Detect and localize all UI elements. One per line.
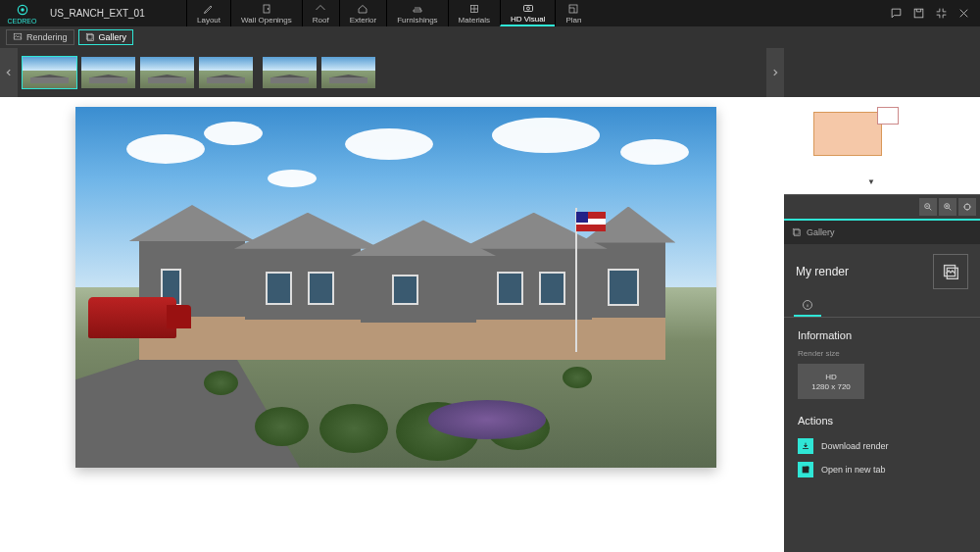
chevron-right-icon xyxy=(770,65,780,80)
tab-furnishings[interactable]: Furnishings xyxy=(386,0,447,26)
download-icon xyxy=(801,441,810,451)
zoom-in-button[interactable] xyxy=(939,198,956,216)
tab-label: Furnishings xyxy=(397,16,437,25)
thumbnail-6[interactable] xyxy=(263,57,317,88)
svg-rect-7 xyxy=(569,5,577,13)
thumbnail-4[interactable] xyxy=(199,57,253,88)
recenter-button[interactable] xyxy=(958,198,976,216)
logo-icon xyxy=(16,3,29,17)
svg-rect-8 xyxy=(914,9,923,18)
zoom-out-button[interactable] xyxy=(919,198,937,216)
minimap-annex xyxy=(877,107,899,125)
thumbnail-2[interactable] xyxy=(81,57,135,88)
open-new-tab-button[interactable]: Open in new tab xyxy=(798,458,966,481)
close-icon[interactable] xyxy=(957,7,970,20)
sofa-icon xyxy=(412,3,423,15)
zoom-out-icon xyxy=(923,202,933,212)
actions-heading: Actions xyxy=(798,415,966,427)
info-icon xyxy=(802,299,813,311)
svg-rect-17 xyxy=(947,268,957,278)
rendered-flag xyxy=(576,212,606,231)
tab-label: Roof xyxy=(313,16,329,25)
right-sidebar: Gallery My render Information Render siz… xyxy=(784,97,980,552)
minimap-camera-icon xyxy=(867,171,875,178)
information-heading: Information xyxy=(798,329,966,341)
image-stack-icon xyxy=(940,261,961,282)
svg-rect-11 xyxy=(86,33,92,39)
pencil-icon xyxy=(203,3,215,15)
tab-materials[interactable]: Materials xyxy=(448,0,500,26)
panel-tab-label: Gallery xyxy=(807,227,835,237)
svg-rect-10 xyxy=(87,35,93,41)
brand-label: CEDREO xyxy=(8,18,37,25)
render-size-label: Render size xyxy=(798,349,966,358)
rendered-truck xyxy=(88,297,176,338)
thumb-next-button[interactable] xyxy=(766,48,784,97)
render-size-value: 1280 x 720 xyxy=(811,382,851,391)
tab-plan[interactable]: Plan xyxy=(555,0,591,26)
svg-point-14 xyxy=(964,204,970,210)
save-icon[interactable] xyxy=(912,7,925,20)
svg-point-6 xyxy=(526,7,529,10)
main-tabs: Layout Wall Openings Roof Exterior Furni… xyxy=(186,0,591,26)
tab-exterior[interactable]: Exterior xyxy=(339,0,387,26)
panel-title: My render xyxy=(796,265,849,278)
content-area: Gallery My render Information Render siz… xyxy=(0,97,980,552)
render-stack-button[interactable] xyxy=(933,254,968,289)
sub-tab-gallery[interactable]: Gallery xyxy=(78,29,134,45)
thumbnail-strip xyxy=(0,48,980,97)
panel-subtab-info[interactable] xyxy=(794,295,821,317)
thumbnail-1[interactable] xyxy=(23,57,76,88)
render-preview xyxy=(75,107,716,468)
action-label: Download render xyxy=(821,441,889,451)
minimap[interactable] xyxy=(784,97,980,195)
brand-logo[interactable]: CEDREO xyxy=(0,3,44,25)
fullscreen-exit-icon[interactable] xyxy=(935,7,948,20)
target-icon xyxy=(962,202,972,212)
tab-label: HD Visual xyxy=(511,15,545,24)
svg-point-3 xyxy=(268,8,269,9)
thumbnail-7[interactable] xyxy=(321,57,375,88)
zoom-in-icon xyxy=(943,202,953,212)
tab-layout[interactable]: Layout xyxy=(186,0,230,26)
thumb-prev-button[interactable] xyxy=(0,48,18,97)
top-toolbar: CEDREO US_RANCH_EXT_01 Layout Wall Openi… xyxy=(0,0,980,26)
gallery-icon xyxy=(792,227,802,237)
gallery-icon xyxy=(85,32,95,42)
project-title: US_RANCH_EXT_01 xyxy=(44,8,186,19)
svg-rect-5 xyxy=(523,5,532,11)
action-label: Open in new tab xyxy=(821,465,886,475)
minimap-floorplan xyxy=(813,112,882,156)
render-icon xyxy=(13,32,23,42)
swatch-icon xyxy=(468,3,480,15)
house-icon xyxy=(357,3,368,15)
tab-label: Wall Openings xyxy=(241,16,292,25)
sub-toolbar: Rendering Gallery xyxy=(0,26,980,48)
svg-rect-16 xyxy=(793,228,799,234)
thumbnail-3[interactable] xyxy=(140,57,194,88)
tab-label: Layout xyxy=(197,16,220,25)
download-render-button[interactable]: Download render xyxy=(798,434,966,458)
render-size-name: HD xyxy=(825,373,837,381)
tab-label: Materials xyxy=(459,16,490,25)
chat-icon[interactable] xyxy=(890,7,903,20)
external-link-icon xyxy=(801,465,810,475)
panel-tab-gallery[interactable]: Gallery xyxy=(784,221,980,244)
thumbnail-list xyxy=(18,52,380,93)
chevron-left-icon xyxy=(4,65,14,80)
tab-hd-visual[interactable]: HD Visual xyxy=(500,0,555,26)
tab-wall-openings[interactable]: Wall Openings xyxy=(230,0,302,26)
svg-rect-15 xyxy=(795,230,801,236)
info-panel: Gallery My render Information Render siz… xyxy=(784,219,980,552)
tab-roof[interactable]: Roof xyxy=(302,0,339,26)
render-size-box[interactable]: HD 1280 x 720 xyxy=(798,364,864,399)
sub-tab-label: Gallery xyxy=(99,32,127,42)
sub-tab-rendering[interactable]: Rendering xyxy=(6,29,74,45)
door-icon xyxy=(261,3,272,15)
svg-point-1 xyxy=(21,8,24,12)
sub-tab-label: Rendering xyxy=(26,32,68,42)
tab-label: Exterior xyxy=(350,16,377,25)
plan-icon xyxy=(567,3,579,15)
tab-label: Plan xyxy=(565,16,581,25)
top-right-controls xyxy=(890,7,980,20)
